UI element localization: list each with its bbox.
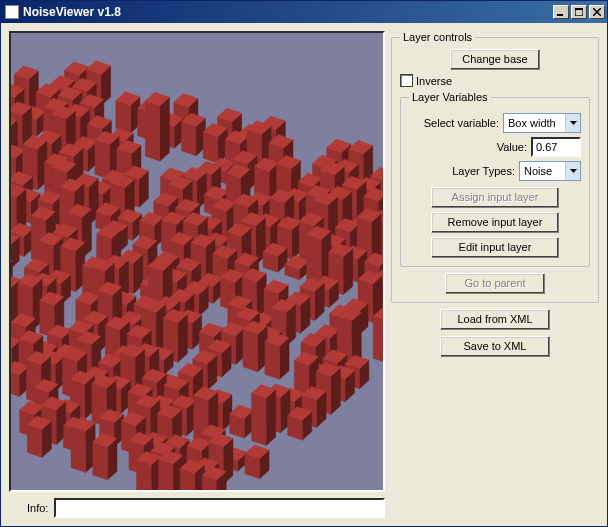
svg-marker-790 [570,169,577,173]
edit-input-layer-button[interactable]: Edit input layer [431,237,559,258]
remove-input-layer-button[interactable]: Remove input layer [431,212,559,233]
svg-marker-715 [27,425,42,458]
value-input[interactable] [531,137,581,157]
layer-types-label: Layer Types: [452,165,515,177]
assign-input-layer-button[interactable]: Assign input layer [431,187,559,208]
3d-viewport[interactable] [9,31,385,492]
chevron-down-icon [565,162,580,180]
svg-marker-79 [145,101,160,161]
window-title: NoiseViewer v1.8 [23,5,551,19]
svg-marker-97 [203,132,218,163]
select-variable-value: Box width [508,117,556,129]
value-label: Value: [497,141,527,153]
right-column: Layer controls Change base Inverse Layer… [391,31,599,518]
layer-variables-legend: Layer Variables [409,91,491,103]
svg-marker-613 [373,316,383,363]
go-to-parent-button[interactable]: Go to parent [445,273,545,294]
app-window: NoiseViewer v1.8 Info: Layer controls [0,0,608,527]
svg-marker-745 [71,426,86,472]
layer-controls-legend: Layer controls [400,31,475,43]
svg-marker-78 [160,97,170,161]
info-field[interactable] [54,498,385,518]
layer-controls-group: Layer controls Change base Inverse Layer… [391,31,599,303]
inverse-label: Inverse [416,75,452,87]
minimize-button[interactable] [553,5,569,19]
layer-types-value: Noise [524,165,552,177]
svg-marker-622 [265,341,280,379]
svg-rect-2 [575,8,583,10]
info-label: Info: [27,502,48,514]
svg-rect-0 [557,14,563,16]
app-icon [5,5,19,19]
load-from-xml-button[interactable]: Load from XML [440,309,550,330]
scene-canvas [11,33,383,490]
svg-marker-76 [181,122,196,156]
chevron-down-icon [565,114,580,132]
select-variable-label: Select variable: [424,117,499,129]
change-base-button[interactable]: Change base [450,49,540,70]
svg-marker-738 [266,390,276,446]
maximize-button[interactable] [571,5,587,19]
svg-marker-789 [570,121,577,125]
save-to-xml-button[interactable]: Save to XML [440,336,550,357]
inverse-checkbox[interactable] [400,74,413,87]
info-row: Info: [9,498,385,518]
svg-marker-37 [116,100,131,133]
select-variable-dropdown[interactable]: Box width [503,113,581,133]
client-area: Info: Layer controls Change base Inverse… [1,23,607,526]
svg-marker-595 [243,329,258,371]
title-bar[interactable]: NoiseViewer v1.8 [1,1,607,23]
svg-marker-739 [252,393,267,445]
close-button[interactable] [589,5,605,19]
svg-marker-781 [158,459,173,490]
left-column: Info: [9,31,385,518]
svg-marker-100 [95,140,110,180]
layer-types-dropdown[interactable]: Noise [519,161,581,181]
svg-marker-757 [93,442,108,480]
layer-variables-group: Layer Variables Select variable: Box wid… [400,91,590,267]
